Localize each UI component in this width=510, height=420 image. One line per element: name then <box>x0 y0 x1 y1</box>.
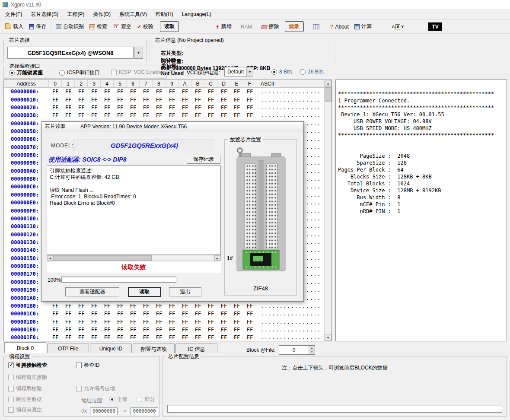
chip-select-combo[interactable]: GD5F1GQ5RExxG(x4) @WSON8 <box>7 47 134 59</box>
hex-byte-cell: FF <box>140 112 153 118</box>
auto-increment-checkbox[interactable]: 允许编号自增 <box>76 385 115 392</box>
verify-after-checkbox[interactable]: 编程后校验 <box>8 385 42 392</box>
block-at-file-spinbox[interactable]: 0 ▲ ▼ <box>279 345 315 355</box>
menu-item[interactable]: 工程(P) <box>63 9 89 20</box>
scrollbar-thumb[interactable] <box>53 255 152 261</box>
logic-test-button[interactable]: A 8 Y <box>389 23 407 31</box>
hex-byte-cell: FF <box>88 112 101 118</box>
tab[interactable]: IC 信息 <box>175 344 217 353</box>
read-button[interactable]: 读取 <box>160 21 179 32</box>
tab[interactable]: OTP File <box>47 344 89 353</box>
dialog-horizontal-scrollbar[interactable]: ◀ ▶ <box>47 255 221 261</box>
address-from-field[interactable]: 00000000 <box>90 407 118 415</box>
spin-down-arrow-icon[interactable]: ▼ <box>309 350 315 355</box>
check-id-button[interactable]: ID 检查 <box>87 22 110 32</box>
hex-byte-cell: FF <box>178 97 191 103</box>
pin-check-checkbox[interactable]: 引脚接触检查 <box>8 362 47 369</box>
hex-col-header: F <box>243 80 256 87</box>
chip-select-dropdown-button[interactable]: ▼ <box>134 47 143 59</box>
hex-vertical-scrollbar[interactable]: ▲ ▼ <box>324 80 332 341</box>
checkbox-icon <box>76 363 82 368</box>
hex-row-ascii: ................ <box>256 334 321 340</box>
hex-byte-cell: FF <box>191 334 204 340</box>
verify-button[interactable]: ✔ 校验 <box>134 22 156 32</box>
tab[interactable]: Unique ID <box>90 344 132 353</box>
check-id-checkbox[interactable]: 检查ID <box>76 362 99 369</box>
tab[interactable]: Block 0 <box>4 342 46 353</box>
hex-byte-cell: FF <box>140 327 153 333</box>
vcc-current-combo[interactable]: Default ▼ <box>224 67 253 76</box>
socket-placement-group: 放置芯片位置 <box>224 139 297 296</box>
range-part-radio[interactable]: 部分 <box>137 396 155 403</box>
scroll-right-arrow-icon[interactable]: ▶ <box>214 255 220 261</box>
menu-item[interactable]: 芯片选择(S) <box>26 9 63 20</box>
hex-row: 000001F0:FFFFFFFFFFFFFFFFFFFFFFFFFFFFFFF… <box>4 334 324 341</box>
hex-byte-cell: FF <box>62 327 75 333</box>
hex-byte-cell: FF <box>191 105 204 111</box>
ram-button[interactable]: RAM <box>238 22 255 31</box>
address-to-field[interactable]: 00000000 <box>131 407 158 415</box>
spin-up-arrow-icon[interactable]: ▲ <box>309 346 315 350</box>
icsp-vcc-label: ICSP_VCC Enable <box>119 69 163 75</box>
dialog-title-bar[interactable]: 芯片读取 APP Version: 11.90 Device Model: XG… <box>41 122 303 131</box>
icsp-radio[interactable]: ICSP串行接口 <box>59 69 100 76</box>
hex-row: 000001D0:FFFFFFFFFFFFFFFFFFFFFFFFFFFFFFF… <box>4 318 324 325</box>
load-button[interactable]: 载入 <box>3 22 26 32</box>
tv-button[interactable]: TV <box>426 21 444 32</box>
socket-radio[interactable]: 万能锁紧座 <box>9 69 43 76</box>
calculator-button[interactable]: 计算 <box>352 22 374 32</box>
view-adapter-button[interactable]: 查看适配器 <box>65 287 119 296</box>
hex-byte-cell: FF <box>217 319 230 325</box>
auto-detect-button[interactable]: 自动识别 <box>53 22 86 32</box>
hex-row-ascii: ................ <box>256 327 321 333</box>
blank-check-button[interactable]: FF 查空 <box>110 22 134 32</box>
bits16-radio[interactable]: 16 Bits <box>300 69 324 75</box>
hex-byte-cell: FF <box>114 112 127 118</box>
menu-item[interactable]: 系统工具(V) <box>115 9 151 20</box>
hex-col-header: 4 <box>101 80 114 87</box>
menu-item[interactable]: 帮助(H) <box>151 9 178 20</box>
dialog-log-line: 读取 Nand Flash ... <box>50 187 218 194</box>
chip-config-empty-bar <box>167 405 502 413</box>
dialog-read-button[interactable]: 读取 <box>128 287 161 297</box>
hex-byte-cell: FF <box>178 311 191 317</box>
chip-info-group: 芯片信息 (No Project opened) 芯片类型: NAND 累加和:… <box>150 40 335 62</box>
hex-byte-cell: FF <box>204 303 217 309</box>
radio-icon <box>109 397 115 402</box>
save-log-button[interactable]: 保存记录 <box>187 155 220 164</box>
menu-item[interactable]: Language(L) <box>178 10 216 19</box>
hex-col-header: 9 <box>166 80 178 87</box>
hex-byte-cell: FF <box>243 334 256 340</box>
about-button[interactable]: ? About <box>328 22 351 31</box>
icsp-vcc-checkbox[interactable]: ICSP_VCC Enable <box>111 69 163 75</box>
radio-icon <box>9 70 15 76</box>
hex-byte-cell: FF <box>230 112 243 118</box>
scrollbar-thumb[interactable] <box>325 87 332 102</box>
hex-byte-cell: FF <box>75 97 88 103</box>
menu-item[interactable]: 文件(F) <box>1 9 26 20</box>
save-button[interactable]: 保存 <box>26 22 49 32</box>
skip-blank-checkbox[interactable]: 跳过空数据 <box>8 396 42 403</box>
scroll-down-arrow-icon[interactable]: ▼ <box>325 334 332 341</box>
add-new-button[interactable]: + 新增 <box>213 22 234 32</box>
menu-item[interactable]: 操作(D) <box>89 9 115 20</box>
hex-byte-cell: FF <box>114 311 127 317</box>
scroll-left-arrow-icon[interactable]: ◀ <box>47 255 53 261</box>
bits8-radio[interactable]: 8 Bits <box>271 69 292 75</box>
blank-before-checkbox[interactable]: 编程前查空 <box>8 406 42 414</box>
hex-byte-cell: FF <box>153 112 166 118</box>
erase-before-checkbox[interactable]: 编程前先擦除 <box>8 374 47 381</box>
hex-byte-cell: FF <box>101 311 114 317</box>
range-all-radio[interactable]: 全部 <box>109 396 128 403</box>
dialog-exit-button[interactable]: 退出 <box>169 287 201 296</box>
scroll-up-arrow-icon[interactable]: ▲ <box>325 80 332 87</box>
erase-button[interactable]: 擦除 <box>259 22 282 32</box>
hex-row: 00000010:FFFFFFFFFFFFFFFFFFFFFFFFFFFFFFF… <box>4 95 324 103</box>
pin-detect-button[interactable] <box>310 23 322 31</box>
chip-config-group: 芯片配置信息 注：点击上下箭头，可浏览前后BLOCK的数据 <box>163 356 507 417</box>
program-button[interactable]: 烧录 <box>285 21 304 32</box>
calculator-icon <box>354 24 360 29</box>
hex-address-header: Address <box>4 80 49 87</box>
hex-row-address: 000001B0: <box>4 303 49 309</box>
tab[interactable]: 配置与选项 <box>133 344 175 353</box>
